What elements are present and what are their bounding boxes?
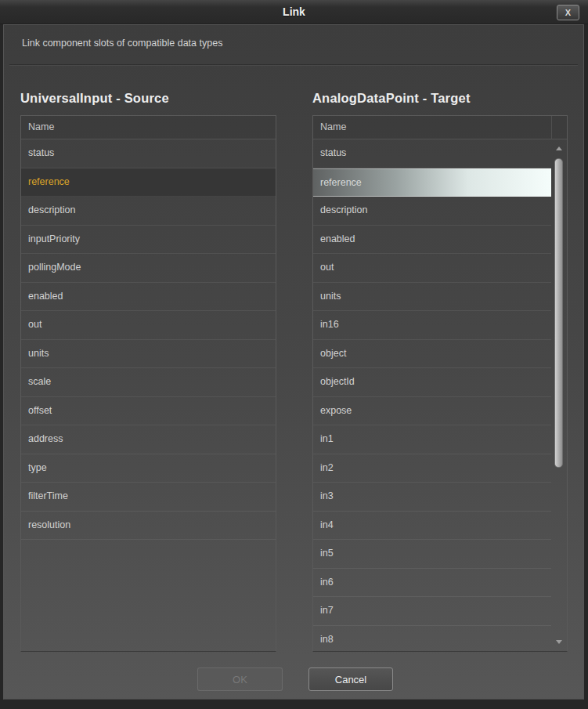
- dialog-title: Link: [0, 5, 588, 18]
- target-panel-title: AnalogDataPoint - Target: [312, 91, 471, 106]
- target-list-item[interactable]: in2: [313, 454, 551, 483]
- dialog-titlebar: Link X: [0, 0, 588, 24]
- scrollbar-thumb[interactable]: [554, 158, 563, 468]
- source-list-item[interactable]: offset: [21, 397, 276, 426]
- scroll-up-icon[interactable]: [556, 147, 562, 150]
- target-list-scrollbar[interactable]: [551, 140, 567, 651]
- target-list-item[interactable]: enabled: [313, 226, 551, 255]
- source-slot-list: Name status reference description inputP…: [20, 115, 276, 652]
- source-list-item[interactable]: address: [21, 425, 276, 454]
- dialog-subtitle: Link component slots of compatible data …: [22, 38, 222, 49]
- target-list-item[interactable]: description: [313, 197, 551, 226]
- source-list-item[interactable]: units: [21, 340, 276, 369]
- target-list-item[interactable]: out: [313, 254, 551, 283]
- target-slot-list: Name status reference description enable…: [312, 115, 568, 652]
- target-name-column-header: Name: [313, 116, 551, 139]
- source-list-item[interactable]: resolution: [21, 512, 276, 541]
- source-list-item[interactable]: enabled: [21, 283, 276, 312]
- target-list-item[interactable]: in6: [313, 569, 551, 598]
- source-panel-title: UniversalInput - Source: [20, 91, 169, 106]
- target-list-item[interactable]: in8: [313, 626, 551, 652]
- separator: [9, 64, 578, 66]
- target-list-item[interactable]: status: [313, 139, 551, 168]
- close-icon: X: [565, 8, 571, 17]
- source-list-item[interactable]: filterTime: [21, 483, 276, 512]
- source-list-rows: status reference description inputPriori…: [21, 139, 276, 651]
- source-list-item[interactable]: inputPriority: [21, 226, 276, 255]
- target-list-item[interactable]: in1: [313, 425, 551, 454]
- target-list-item[interactable]: objectId: [313, 368, 551, 397]
- cancel-button[interactable]: Cancel: [308, 667, 393, 691]
- dialog-body: Link component slots of compatible data …: [3, 24, 584, 700]
- source-list-header: Name: [21, 116, 276, 139]
- source-list-item[interactable]: reference: [21, 168, 276, 197]
- target-list-header: Name: [313, 116, 567, 139]
- source-list-item[interactable]: scale: [21, 368, 276, 397]
- target-list-item[interactable]: reference: [313, 168, 551, 197]
- target-list-item[interactable]: in16: [313, 311, 551, 340]
- source-name-column-header: Name: [21, 116, 276, 139]
- scroll-down-icon[interactable]: [556, 640, 562, 644]
- close-button[interactable]: X: [557, 5, 579, 20]
- target-list-item[interactable]: in7: [313, 597, 551, 626]
- source-list-item[interactable]: out: [21, 311, 276, 340]
- target-list-item[interactable]: in5: [313, 540, 551, 569]
- target-header-corner: [551, 116, 567, 139]
- source-list-item[interactable]: type: [21, 454, 276, 483]
- target-list-item[interactable]: units: [313, 283, 551, 312]
- link-dialog: Link X Link component slots of compatibl…: [0, 0, 588, 709]
- target-list-item[interactable]: object: [313, 340, 551, 369]
- source-list-item[interactable]: description: [21, 197, 276, 226]
- target-list-item[interactable]: in4: [313, 512, 551, 541]
- target-list-rows: status reference description enabled out…: [313, 139, 551, 651]
- source-list-item[interactable]: pollingMode: [21, 254, 276, 283]
- source-list-item[interactable]: status: [21, 139, 276, 168]
- target-list-item[interactable]: in3: [313, 483, 551, 512]
- target-list-item[interactable]: expose: [313, 397, 551, 426]
- ok-button[interactable]: OK: [197, 667, 283, 691]
